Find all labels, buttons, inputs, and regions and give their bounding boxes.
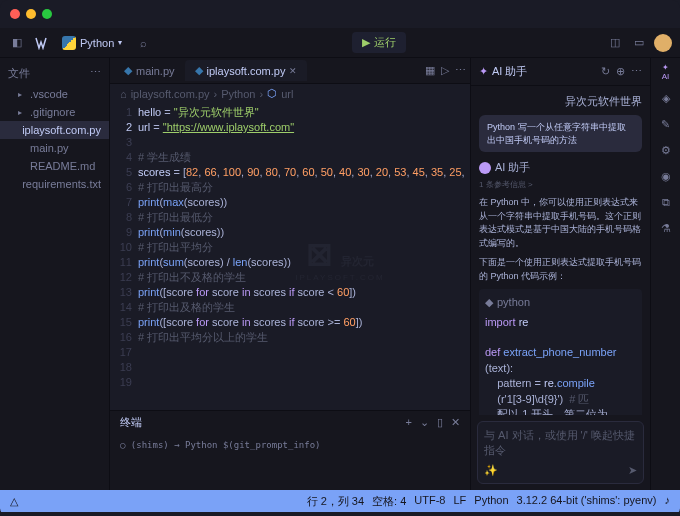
terminal-title[interactable]: 终端 bbox=[120, 415, 142, 430]
notification-icon[interactable]: △ bbox=[10, 495, 18, 508]
play-icon[interactable]: ▷ bbox=[441, 64, 449, 77]
bell-icon[interactable]: ♪ bbox=[665, 494, 671, 509]
ai-rail-icon[interactable]: ✦AI bbox=[658, 64, 674, 80]
editor-area: ◆main.py◆iplaysoft.com.py✕ ▦ ▷ ⋯ ⌂ iplay… bbox=[110, 58, 470, 490]
status-encoding[interactable]: UTF-8 bbox=[414, 494, 445, 509]
code-lines[interactable]: hello = "异次元软件世界"url = "https://www.ipla… bbox=[138, 103, 470, 410]
ai-input[interactable]: 与 AI 对话，或使用 '/' 唤起快捷指令 ✨ ➤ bbox=[477, 421, 644, 484]
app-icon[interactable] bbox=[32, 34, 50, 52]
play-icon: ▶ bbox=[362, 36, 370, 49]
ai-response-2: 下面是一个使用正则表达式提取手机号码的 Python 代码示例： bbox=[479, 256, 642, 283]
status-position[interactable]: 行 2，列 34 bbox=[307, 494, 364, 509]
statusbar: △ 行 2，列 34 空格: 4 UTF-8 LF Python 3.12.2 … bbox=[0, 490, 680, 512]
ai-user-name: 异次元软件世界 bbox=[479, 94, 642, 109]
editor-tab[interactable]: ◆main.py bbox=[114, 60, 185, 81]
grid-icon[interactable]: ▦ bbox=[425, 64, 435, 77]
sidebar-toggle-icon[interactable]: ◧ bbox=[8, 34, 26, 52]
minimize-window[interactable] bbox=[26, 9, 36, 19]
status-lang[interactable]: Python bbox=[474, 494, 508, 509]
ai-code-block: ◆ python import re def extract_phone_num… bbox=[479, 289, 642, 415]
status-spaces[interactable]: 空格: 4 bbox=[372, 494, 406, 509]
more-icon[interactable]: ⋯ bbox=[631, 65, 642, 78]
titlebar bbox=[0, 0, 680, 28]
rail-icon-1[interactable]: ◈ bbox=[658, 90, 674, 106]
avatar[interactable] bbox=[654, 34, 672, 52]
close-window[interactable] bbox=[10, 9, 20, 19]
add-terminal-icon[interactable]: + bbox=[406, 416, 412, 429]
ai-assistant-label: AI 助手 bbox=[495, 160, 530, 175]
line-gutter: 12345678910111213141516171819 bbox=[110, 103, 138, 410]
ai-response-1: 在 Python 中，你可以使用正则表达式来从一个字符串中提取手机号码。这个正则… bbox=[479, 196, 642, 250]
file-item[interactable]: requirements.txt bbox=[0, 175, 109, 193]
file-item[interactable]: README.md bbox=[0, 157, 109, 175]
terminal-body[interactable]: ○ (shims) → Python $(git_prompt_info) bbox=[110, 434, 470, 456]
explorer-title: 文件 bbox=[8, 66, 30, 81]
split-icon[interactable]: ◫ bbox=[606, 34, 624, 52]
file-explorer: 文件 ⋯ ▸.vscode▸.gitignoreiplaysoft.com.py… bbox=[0, 58, 110, 490]
language-selector[interactable]: Python ▾ bbox=[56, 34, 128, 52]
explorer-header: 文件 ⋯ bbox=[0, 62, 109, 85]
file-item[interactable]: ▸.vscode bbox=[0, 85, 109, 103]
editor-tabs: ◆main.py◆iplaysoft.com.py✕ ▦ ▷ ⋯ bbox=[110, 58, 470, 84]
sparkle-icon[interactable]: ✨ bbox=[484, 464, 498, 477]
ai-input-placeholder: 与 AI 对话，或使用 '/' 唤起快捷指令 bbox=[484, 428, 637, 458]
rail-icon-3[interactable]: ⚙ bbox=[658, 142, 674, 158]
toolbar: ◧ Python ▾ ⌕ ▶ 运行 ◫ ▭ bbox=[0, 28, 680, 58]
more-icon[interactable]: ⋯ bbox=[455, 64, 466, 77]
ai-reference[interactable]: 1 条参考信息 > bbox=[479, 179, 642, 190]
history-icon[interactable]: ↻ bbox=[601, 65, 610, 78]
terminal-panel: 终端 + ⌄ ▯ ✕ ○ (shims) → Python $(git_prom… bbox=[110, 410, 470, 490]
run-label: 运行 bbox=[374, 35, 396, 50]
file-item[interactable]: iplaysoft.com.py bbox=[0, 121, 109, 139]
rail-icon-6[interactable]: ⚗ bbox=[658, 220, 674, 236]
more-icon[interactable]: ⋯ bbox=[90, 66, 101, 81]
split-terminal-icon[interactable]: ▯ bbox=[437, 416, 443, 429]
close-terminal-icon[interactable]: ✕ bbox=[451, 416, 460, 429]
maximize-window[interactable] bbox=[42, 9, 52, 19]
panel-icon[interactable]: ▭ bbox=[630, 34, 648, 52]
send-icon[interactable]: ➤ bbox=[628, 464, 637, 477]
code-lang: python bbox=[497, 295, 530, 310]
ai-user-prompt: Python 写一个从任意字符串中提取出中国手机号码的方法 bbox=[479, 115, 642, 152]
new-chat-icon[interactable]: ⊕ bbox=[616, 65, 625, 78]
ai-avatar-icon bbox=[479, 162, 491, 174]
language-label: Python bbox=[80, 37, 114, 49]
status-version[interactable]: 3.12.2 64-bit ('shims': pyenv) bbox=[517, 494, 657, 509]
rail-icon-5[interactable]: ⧉ bbox=[658, 194, 674, 210]
code-lang-icon: ◆ bbox=[485, 295, 493, 310]
ai-panel: ✦ AI 助手 ↻ ⊕ ⋯ 异次元软件世界 Python 写一个从任意字符串中提… bbox=[470, 58, 650, 490]
rail-icon-2[interactable]: ✎ bbox=[658, 116, 674, 132]
chevron-down-icon: ▾ bbox=[118, 38, 122, 47]
file-item[interactable]: ▸.gitignore bbox=[0, 103, 109, 121]
python-icon bbox=[62, 36, 76, 50]
ai-title: AI 助手 bbox=[492, 64, 527, 79]
rail-icon-4[interactable]: ◉ bbox=[658, 168, 674, 184]
search-icon[interactable]: ⌕ bbox=[134, 34, 152, 52]
run-button[interactable]: ▶ 运行 bbox=[352, 32, 406, 53]
right-rail: ✦AI ◈ ✎ ⚙ ◉ ⧉ ⚗ bbox=[650, 58, 680, 490]
chevron-down-icon[interactable]: ⌄ bbox=[420, 416, 429, 429]
status-eol[interactable]: LF bbox=[453, 494, 466, 509]
sparkle-icon: ✦ bbox=[479, 65, 488, 78]
breadcrumb[interactable]: ⌂ iplaysoft.com.py› Python› ⬡ url bbox=[110, 84, 470, 103]
editor-tab[interactable]: ◆iplaysoft.com.py✕ bbox=[185, 60, 308, 81]
code-editor[interactable]: 12345678910111213141516171819 hello = "异… bbox=[110, 103, 470, 410]
file-item[interactable]: main.py bbox=[0, 139, 109, 157]
